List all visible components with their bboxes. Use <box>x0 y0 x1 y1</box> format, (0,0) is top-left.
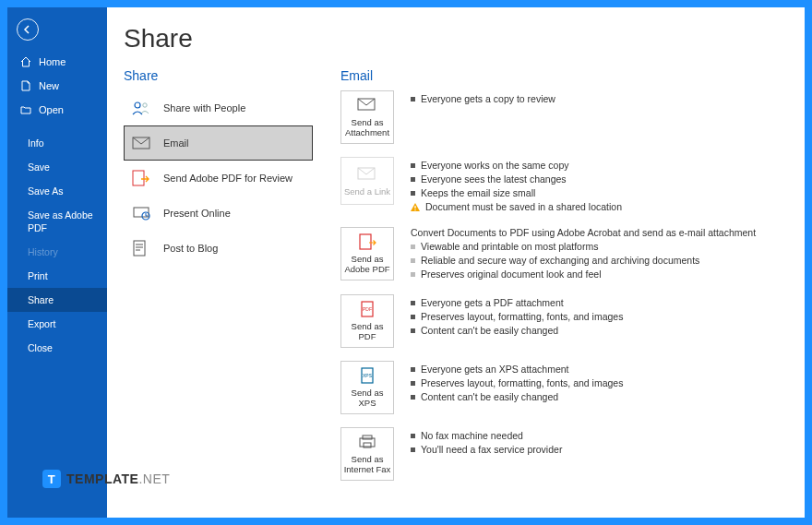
btn-label: Send as Attachment <box>343 117 391 137</box>
bullet-list: Everyone gets a PDF attachment Preserves… <box>411 296 623 338</box>
btn-label: Send as PDF <box>343 321 391 341</box>
svg-rect-3 <box>133 171 144 185</box>
warning-text: Document must be saved in a shared locat… <box>425 200 622 214</box>
backstage-sidebar: Home New Open Info Save Save As Save as … <box>7 7 107 518</box>
share-panel: Share Share with People Email <box>124 68 313 494</box>
bullet-text: Everyone gets an XPS attachment <box>421 363 569 376</box>
back-button[interactable] <box>17 18 39 41</box>
share-opt-label: Share with People <box>163 102 245 113</box>
svg-text:PDF: PDF <box>363 306 372 312</box>
send-as-internet-fax-button[interactable]: Send as Internet Fax <box>340 427 394 481</box>
sidebar-label: Save <box>28 161 50 173</box>
sidebar-label: New <box>39 79 59 92</box>
btn-label: Send a Link <box>344 186 390 197</box>
btn-label: Send as Adobe PDF <box>343 254 391 274</box>
adobe-pdf-icon <box>357 233 377 250</box>
share-heading: Share <box>124 68 313 83</box>
svg-rect-11 <box>360 234 371 249</box>
bullet-text: Preserves layout, formatting, fonts, and… <box>421 376 623 390</box>
bullet-text: Keeps the email size small <box>421 186 535 200</box>
sidebar-label: Home <box>39 55 66 68</box>
document-icon <box>20 80 31 91</box>
envelope-attach-icon <box>357 97 377 113</box>
sidebar-item-export[interactable]: Export <box>7 312 107 336</box>
sidebar-item-open[interactable]: Open <box>7 98 107 122</box>
sidebar-item-save-as[interactable]: Save As <box>7 179 107 203</box>
svg-rect-6 <box>134 241 145 256</box>
sidebar-label: Open <box>39 103 64 116</box>
sidebar-item-home[interactable]: Home <box>7 50 107 74</box>
sidebar-item-history: History <box>7 240 107 264</box>
home-icon <box>20 56 31 67</box>
watermark-text: TEMPLATE <box>66 471 138 486</box>
envelope-icon <box>130 134 152 152</box>
pdf-icon: PDF <box>357 301 377 317</box>
sidebar-label: Close <box>28 341 53 354</box>
sidebar-item-print[interactable]: Print <box>7 264 107 288</box>
watermark: T TEMPLATE.NET <box>42 470 170 488</box>
share-opt-label: Send Adobe PDF for Review <box>163 173 293 184</box>
bullet-text: Viewable and printable on most platforms <box>421 240 598 254</box>
bullet-text: Everyone sees the latest changes <box>421 173 567 186</box>
email-heading: Email <box>340 68 786 83</box>
share-opt-label: Present Online <box>163 208 231 219</box>
present-online-icon <box>130 204 152 222</box>
folder-open-icon <box>20 104 31 115</box>
bullet-text: Reliable and secure way of exchanging an… <box>421 254 699 268</box>
lead-text: Convert Documents to PDF using Adobe Acr… <box>411 227 756 238</box>
xps-icon: XPS <box>357 367 377 384</box>
btn-label: Send as XPS <box>343 388 391 408</box>
backstage-main: Share Share Share with People Email <box>107 7 805 518</box>
email-panel: Email Send as Attachment Everyone gets a… <box>340 68 786 494</box>
bullet-text: Everyone gets a copy to review <box>421 92 555 106</box>
sidebar-item-save[interactable]: Save <box>7 155 107 179</box>
sidebar-item-share[interactable]: Share <box>7 288 107 312</box>
bullet-text: Preserves original document look and fee… <box>421 268 602 281</box>
share-email[interactable]: Email <box>124 125 313 161</box>
blog-icon <box>130 239 152 257</box>
bullet-list: No fax machine needed You'll need a fax … <box>411 429 562 457</box>
watermark-net: .NET <box>138 471 170 486</box>
svg-rect-10 <box>414 209 415 210</box>
bullet-list: Everyone gets a copy to review <box>411 92 555 106</box>
page-title: Share <box>124 24 786 54</box>
bullet-text: Content can't be easily changed <box>421 390 558 404</box>
send-as-pdf-button[interactable]: PDF Send as PDF <box>340 294 394 348</box>
bullet-list: Everyone works on the same copy Everyone… <box>411 159 622 214</box>
people-icon <box>130 99 152 117</box>
share-adobe-pdf-review[interactable]: Send Adobe PDF for Review <box>124 161 313 196</box>
sidebar-item-info[interactable]: Info <box>7 131 107 155</box>
bullet-text: Content can't be easily changed <box>421 324 558 338</box>
svg-rect-9 <box>414 206 415 209</box>
send-as-xps-button[interactable]: XPS Send as XPS <box>340 361 394 414</box>
bullet-text: Preserves layout, formatting, fonts, and… <box>421 310 623 324</box>
sidebar-label: History <box>28 245 58 258</box>
svg-point-1 <box>143 103 147 107</box>
send-as-attachment-button[interactable]: Send as Attachment <box>340 90 394 144</box>
sidebar-item-save-adobe-pdf[interactable]: Save as Adobe PDF <box>7 203 107 240</box>
send-as-adobe-pdf-button[interactable]: Send as Adobe PDF <box>340 227 394 280</box>
share-present-online[interactable]: Present Online <box>124 196 313 231</box>
sidebar-label: Save as Adobe PDF <box>28 209 100 234</box>
bullet-text: No fax machine needed <box>421 429 523 443</box>
warning-icon <box>411 202 420 211</box>
svg-point-0 <box>135 102 140 108</box>
arrow-left-icon <box>22 24 33 35</box>
send-a-link-button: Send a Link <box>340 157 394 205</box>
share-with-people[interactable]: Share with People <box>124 90 313 125</box>
template-badge-icon: T <box>42 470 61 488</box>
sidebar-item-new[interactable]: New <box>7 74 107 98</box>
sidebar-item-close[interactable]: Close <box>7 336 107 360</box>
fax-icon <box>357 434 377 450</box>
sidebar-label: Export <box>28 317 55 330</box>
envelope-link-icon <box>357 166 377 183</box>
sidebar-label: Info <box>28 137 44 149</box>
sidebar-label: Save As <box>28 185 64 197</box>
btn-label: Send as Internet Fax <box>343 454 391 474</box>
bullet-text: You'll need a fax service provider <box>421 443 562 457</box>
sidebar-label: Print <box>28 269 48 282</box>
bullet-list: Everyone gets an XPS attachment Preserve… <box>411 363 623 404</box>
bullet-text: Everyone gets a PDF attachment <box>421 296 564 310</box>
sidebar-label: Share <box>28 293 54 306</box>
share-post-blog[interactable]: Post to Blog <box>124 231 313 266</box>
